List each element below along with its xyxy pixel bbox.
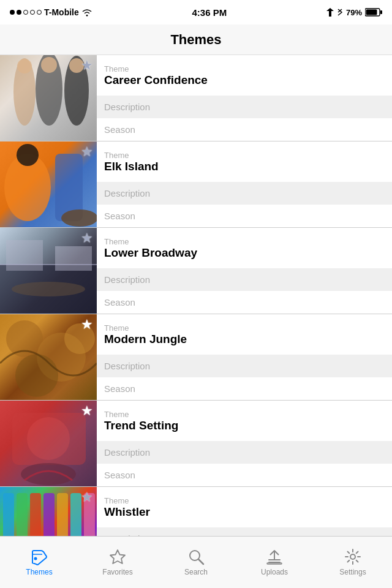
theme-label-elk-island: Theme <box>104 151 159 160</box>
svg-rect-2 <box>366 10 377 15</box>
theme-season-label-modern-jungle: Season <box>104 383 135 394</box>
theme-desc-label-modern-jungle: Description <box>104 361 150 371</box>
dot2 <box>17 10 21 15</box>
theme-item-lower-broadway[interactable]: ★ThemeLower BroadwayDescriptionSeason <box>0 228 392 314</box>
themes-icon <box>30 548 48 565</box>
theme-name-text-modern-jungle: Modern Jungle <box>104 333 187 346</box>
tab-themes[interactable]: Themes <box>0 537 78 588</box>
dot1 <box>10 10 15 15</box>
theme-desc-row-lower-broadway: Description <box>97 268 392 291</box>
star-icon-trend-setting[interactable]: ★ <box>81 404 93 418</box>
svg-rect-36 <box>268 559 281 560</box>
tab-settings-label: Settings <box>339 568 366 576</box>
svg-rect-15 <box>55 246 92 271</box>
theme-name-row-elk-island: ThemeElk Island <box>97 141 392 182</box>
theme-name-text-trend-setting: Trend Setting <box>104 419 178 432</box>
theme-thumbnail-modern-jungle: ★ <box>0 314 97 400</box>
battery-icon <box>365 8 382 17</box>
theme-name-row-modern-jungle: ThemeModern Jungle <box>97 314 392 355</box>
svg-line-35 <box>198 559 203 564</box>
theme-info-elk-island: ThemeElk IslandDescriptionSeason <box>97 141 392 227</box>
svg-point-23 <box>21 463 76 485</box>
theme-name-row-whistler: ThemeWhistler <box>97 487 392 527</box>
tab-settings[interactable]: Settings <box>314 537 392 588</box>
tab-uploads[interactable]: Uploads <box>235 537 314 588</box>
search-icon <box>187 548 205 565</box>
themes-container: ★ThemeCareer ConfidenceDescriptionSeason… <box>0 55 392 573</box>
theme-desc-row-trend-setting: Description <box>97 441 392 464</box>
dot5 <box>37 10 42 15</box>
theme-thumbnail-lower-broadway: ★ <box>0 228 97 314</box>
svg-point-10 <box>17 144 39 166</box>
theme-desc-row-career-confidence: Description <box>97 96 392 118</box>
theme-desc-row-elk-island: Description <box>97 182 392 205</box>
favorites-icon <box>109 548 126 565</box>
status-time: 4:36 PM <box>192 7 227 18</box>
page-title: Themes <box>170 32 221 48</box>
theme-item-elk-island[interactable]: ★ThemeElk IslandDescriptionSeason <box>0 141 392 228</box>
svg-point-32 <box>34 557 37 560</box>
theme-item-modern-jungle[interactable]: ★ThemeModern JungleDescriptionSeason <box>0 314 392 401</box>
theme-list: ★ThemeCareer ConfidenceDescriptionSeason… <box>0 55 392 588</box>
tab-favorites-label: Favorites <box>102 568 132 576</box>
theme-season-label-trend-setting: Season <box>104 470 135 480</box>
star-icon-modern-jungle[interactable]: ★ <box>81 318 93 331</box>
svg-point-20 <box>15 354 58 397</box>
theme-season-label-lower-broadway: Season <box>104 297 135 307</box>
theme-thumbnail-trend-setting: ★ <box>0 401 97 486</box>
uploads-icon <box>266 548 283 565</box>
theme-label-career-confidence: Theme <box>104 64 208 74</box>
theme-name-row-lower-broadway: ThemeLower Broadway <box>97 228 392 268</box>
theme-info-lower-broadway: ThemeLower BroadwayDescriptionSeason <box>97 228 392 314</box>
svg-marker-33 <box>110 550 125 564</box>
settings-icon <box>344 548 361 565</box>
tab-themes-label: Themes <box>26 568 52 576</box>
svg-rect-1 <box>380 10 382 14</box>
status-left: T-Mobile <box>10 7 92 17</box>
theme-item-career-confidence[interactable]: ★ThemeCareer ConfidenceDescriptionSeason <box>0 55 392 141</box>
status-right: 79% <box>326 7 382 17</box>
star-icon-lower-broadway[interactable]: ★ <box>81 232 93 245</box>
theme-season-label-elk-island: Season <box>104 211 135 221</box>
theme-season-row-modern-jungle: Season <box>97 377 392 400</box>
theme-season-row-elk-island: Season <box>97 205 392 227</box>
battery-percent: 79% <box>346 8 362 17</box>
svg-rect-14 <box>6 240 43 271</box>
wifi-icon <box>81 8 92 17</box>
svg-rect-38 <box>267 563 282 564</box>
location-icon <box>326 8 334 17</box>
tab-search[interactable]: Search <box>157 537 235 588</box>
tab-uploads-label: Uploads <box>261 568 288 576</box>
star-icon-whistler[interactable]: ★ <box>81 491 93 504</box>
star-icon-career-confidence[interactable]: ★ <box>81 59 93 72</box>
theme-label-modern-jungle: Theme <box>104 323 187 333</box>
dot4 <box>30 10 35 15</box>
star-icon-elk-island[interactable]: ★ <box>81 145 93 159</box>
svg-point-17 <box>12 282 85 296</box>
theme-season-row-lower-broadway: Season <box>97 291 392 314</box>
theme-label-whistler: Theme <box>104 496 150 505</box>
theme-label-lower-broadway: Theme <box>104 237 197 246</box>
svg-point-7 <box>41 57 57 73</box>
theme-name-text-whistler: Whistler <box>104 505 150 519</box>
svg-point-24 <box>27 417 70 460</box>
signal-dots <box>10 10 42 15</box>
theme-desc-label-career-confidence: Description <box>104 102 150 112</box>
svg-point-39 <box>350 554 355 559</box>
tab-favorites[interactable]: Favorites <box>78 537 157 588</box>
theme-thumbnail-career-confidence: ★ <box>0 55 97 141</box>
theme-name-text-lower-broadway: Lower Broadway <box>104 246 197 260</box>
theme-name-text-elk-island: Elk Island <box>104 160 159 173</box>
theme-info-career-confidence: ThemeCareer ConfidenceDescriptionSeason <box>97 55 392 141</box>
status-bar: T-Mobile 4:36 PM 79% <box>0 0 392 24</box>
theme-thumbnail-elk-island: ★ <box>0 141 97 227</box>
theme-season-row-trend-setting: Season <box>97 464 392 486</box>
theme-label-trend-setting: Theme <box>104 410 178 419</box>
carrier-label: T-Mobile <box>44 7 79 17</box>
nav-title-bar: Themes <box>0 24 392 55</box>
svg-point-6 <box>17 59 32 74</box>
theme-desc-row-modern-jungle: Description <box>97 355 392 377</box>
dot3 <box>23 10 28 15</box>
theme-season-row-career-confidence: Season <box>97 118 392 141</box>
theme-item-trend-setting[interactable]: ★ThemeTrend SettingDescriptionSeason <box>0 401 392 487</box>
